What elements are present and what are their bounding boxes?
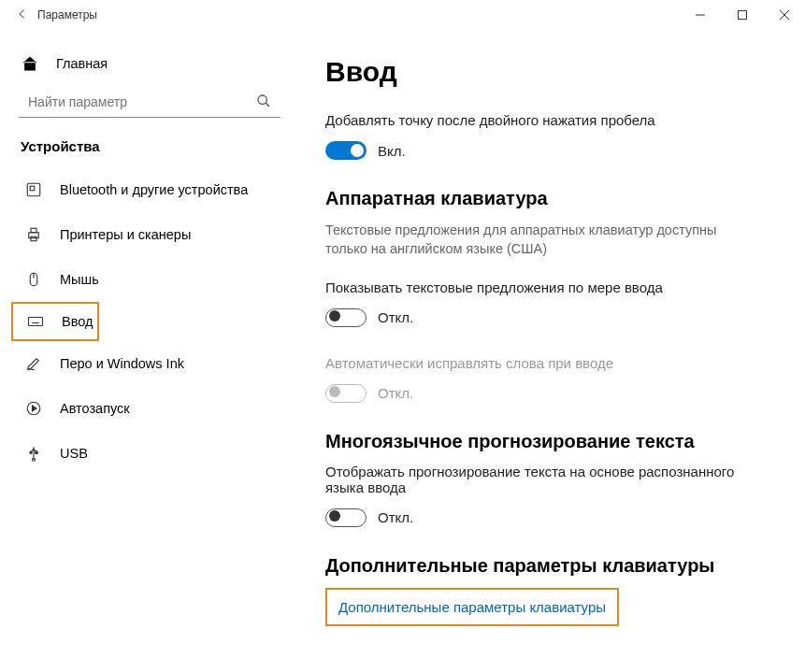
window-controls [679, 0, 805, 30]
toggle-state-label: Откл. [378, 509, 413, 525]
setting-double-space-label: Добавлять точку после двойного нажатия п… [325, 112, 779, 128]
toggle-state-label: Откл. [378, 385, 413, 401]
svg-rect-8 [29, 233, 39, 238]
section-advanced-kb: Дополнительные параметры клавиатуры [325, 555, 779, 577]
sidebar-item-label: Перо и Windows Ink [60, 356, 184, 371]
page-title: Ввод [325, 56, 779, 88]
close-button[interactable] [763, 0, 805, 30]
toggle-state-label: Вкл. [378, 143, 406, 159]
titlebar: Параметры [0, 0, 805, 30]
autoplay-icon [24, 400, 43, 417]
toggle-autocorrect [325, 384, 367, 403]
sidebar-item-bluetooth[interactable]: Bluetooth и другие устройства [7, 167, 292, 212]
devices-icon [24, 181, 43, 198]
setting-multilang-label: Отображать прогнозирование текста на осн… [325, 464, 737, 495]
svg-rect-13 [29, 318, 43, 326]
sidebar-group-heading: Устройства [7, 135, 292, 167]
sidebar-item-label: Принтеры и сканеры [60, 227, 191, 242]
sidebar-item-label: Ввод [62, 314, 93, 329]
svg-rect-1 [738, 11, 746, 20]
svg-rect-24 [36, 451, 37, 453]
svg-marker-20 [33, 406, 37, 411]
toggle-text-suggestions[interactable] [325, 308, 367, 327]
printer-icon [24, 226, 43, 243]
usb-icon [24, 445, 43, 462]
highlight-box: Дополнительные параметры клавиатуры [325, 588, 619, 626]
setting-text-suggestions-label: Показывать текстовые предложения по мере… [325, 279, 779, 295]
svg-rect-7 [30, 186, 35, 191]
link-advanced-keyboard[interactable]: Дополнительные параметры клавиатуры [327, 590, 617, 624]
sidebar-item-label: Автозапуск [60, 401, 130, 416]
sidebar-item-autoplay[interactable]: Автозапуск [7, 386, 292, 431]
toggle-state-label: Откл. [378, 309, 413, 325]
sidebar-home-label: Главная [56, 56, 108, 71]
svg-rect-6 [27, 183, 40, 196]
window-title: Параметры [37, 8, 679, 21]
section-hardware-sub: Текстовые предложения для аппаратных кла… [325, 221, 737, 259]
svg-line-5 [266, 103, 269, 107]
sidebar-item-label: Мышь [60, 272, 99, 287]
search-input[interactable] [19, 86, 280, 118]
toggle-multilang[interactable] [325, 508, 367, 527]
mouse-icon [24, 271, 43, 288]
sidebar-item-typing[interactable]: Ввод [11, 302, 99, 341]
keyboard-icon [26, 313, 45, 330]
settings-window: Параметры Главная Устр [0, 0, 805, 672]
sidebar-item-label: Bluetooth и другие устройства [60, 182, 248, 197]
svg-rect-10 [31, 236, 36, 241]
sidebar-item-printers[interactable]: Принтеры и сканеры [7, 212, 292, 257]
search-box[interactable] [19, 86, 280, 118]
maximize-button[interactable] [721, 0, 763, 30]
toggle-double-space[interactable] [325, 141, 367, 160]
section-hardware-kb: Аппаратная клавиатура [325, 188, 779, 209]
search-icon [256, 93, 271, 111]
sidebar-item-mouse[interactable]: Мышь [7, 257, 292, 302]
sidebar-nav: Bluetooth и другие устройства Принтеры и… [7, 167, 292, 476]
sidebar-home[interactable]: Главная [7, 45, 292, 82]
section-multilang: Многоязычное прогнозирование текста [325, 431, 779, 452]
setting-autocorrect-label: Автоматически исправлять слова при вводе [325, 355, 779, 371]
minimize-button[interactable] [679, 0, 721, 30]
home-icon [21, 54, 39, 73]
sidebar: Главная Устройства Bluetooth и другие ус… [0, 30, 299, 672]
back-button[interactable] [7, 7, 37, 23]
svg-point-4 [258, 95, 266, 104]
content-pane: Ввод Добавлять точку после двойного нажа… [299, 30, 805, 672]
pen-icon [24, 355, 43, 372]
svg-rect-9 [31, 228, 36, 233]
svg-point-23 [30, 451, 32, 453]
sidebar-item-label: USB [60, 446, 88, 461]
sidebar-item-usb[interactable]: USB [7, 431, 292, 476]
sidebar-item-pen[interactable]: Перо и Windows Ink [7, 341, 292, 386]
